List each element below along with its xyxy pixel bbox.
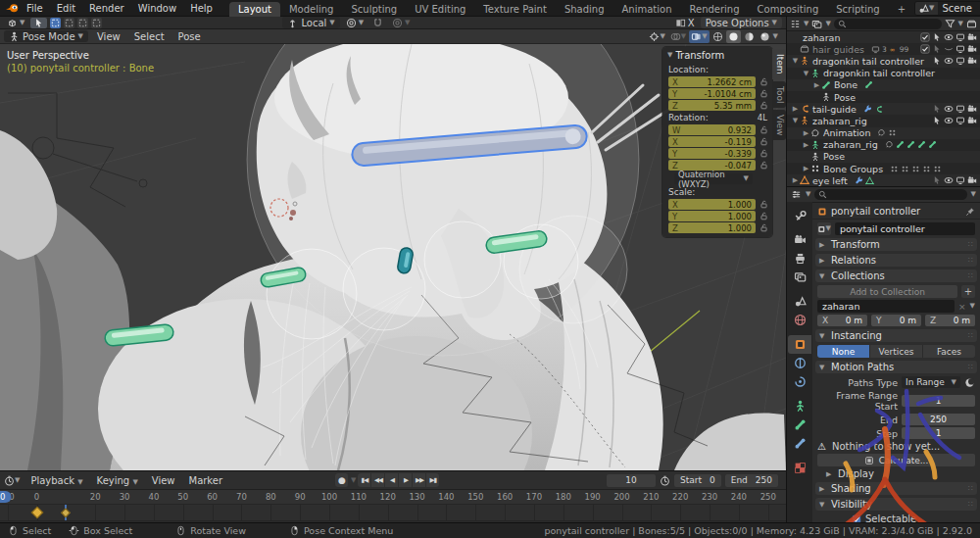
- properties-tab-output[interactable]: [788, 249, 811, 268]
- scene-selector[interactable]: ▼ Scene: [914, 1, 980, 16]
- eye-toggle[interactable]: [944, 116, 954, 125]
- properties-tab-scene[interactable]: [788, 292, 811, 311]
- menu-edit[interactable]: Edit: [50, 2, 82, 15]
- current-frame-field[interactable]: 10: [607, 474, 656, 487]
- pose-options-button[interactable]: Pose Options▼: [701, 17, 782, 28]
- new-collection-icon[interactable]: [966, 19, 977, 29]
- next-keyframe-button[interactable]: ▶▶: [413, 473, 426, 487]
- frame-start-field[interactable]: Start0: [674, 474, 721, 487]
- outliner-row[interactable]: ▶Bone: [787, 79, 980, 91]
- rotation-y-field[interactable]: Y-0.339: [668, 148, 756, 159]
- frame-step-field[interactable]: 1: [902, 427, 975, 439]
- eye-toggle[interactable]: [944, 32, 954, 42]
- expander-icon[interactable]: ▶: [802, 129, 810, 137]
- mode-selector[interactable]: Pose Mode ▼: [4, 30, 88, 42]
- jump-end-button[interactable]: ▶▮: [426, 473, 439, 487]
- jump-start-button[interactable]: ▮◀: [358, 473, 371, 487]
- screen-toggle[interactable]: [956, 32, 965, 42]
- workspace-tab-modeling[interactable]: Modeling: [280, 2, 343, 17]
- screen-toggle[interactable]: [956, 175, 965, 185]
- add-to-collection-button[interactable]: Add to Collection: [817, 285, 957, 298]
- instancing-vertices[interactable]: Vertices: [870, 345, 923, 358]
- show-overlays-button[interactable]: ▼: [668, 30, 688, 43]
- play-button[interactable]: ▶: [399, 473, 413, 487]
- properties-editor-icon[interactable]: [791, 189, 802, 200]
- cursor-grey-toggle[interactable]: [932, 175, 942, 185]
- camera-toggle[interactable]: [967, 104, 977, 114]
- workspace-tab-shading[interactable]: Shading: [556, 2, 613, 17]
- panel-shading[interactable]: ▶Shading∷: [815, 482, 977, 495]
- cursor-toggle[interactable]: [932, 116, 942, 125]
- scale-z-field[interactable]: Z1.000: [668, 222, 756, 233]
- screen-toggle[interactable]: [956, 116, 965, 125]
- snap-magnet-icon[interactable]: [369, 18, 386, 28]
- proportional-edit-icon[interactable]: ▼: [389, 18, 413, 28]
- frame-end-field[interactable]: 250: [902, 414, 975, 425]
- menu-window[interactable]: Window: [131, 2, 183, 15]
- camera-toggle[interactable]: [967, 56, 977, 66]
- properties-tab-constraints[interactable]: [788, 354, 811, 372]
- timeline-menu-marker[interactable]: Marker: [182, 474, 230, 487]
- filter-icon[interactable]: [945, 19, 956, 29]
- outliner-row[interactable]: Pose: [787, 91, 980, 103]
- menu-file[interactable]: File: [20, 2, 50, 15]
- viewport-3d[interactable]: User Perspective (10) ponytail controlle…: [0, 44, 786, 470]
- add-workspace-button[interactable]: +: [889, 2, 914, 17]
- object-type-icon[interactable]: ▼: [817, 222, 831, 235]
- properties-tab-texture[interactable]: [788, 459, 811, 477]
- timeline-menu-keying[interactable]: Keying ▼: [90, 474, 145, 487]
- prev-keyframe-button[interactable]: ◀◀: [371, 473, 385, 487]
- scene-name[interactable]: Scene: [938, 2, 980, 15]
- instancing-none[interactable]: None: [817, 345, 870, 358]
- scale-y-field[interactable]: Y1.000: [668, 211, 756, 221]
- collection-name-field[interactable]: zaharan: [817, 300, 955, 313]
- remove-collection-icon[interactable]: ×: [958, 302, 966, 312]
- outliner-row[interactable]: ▼dragonkin tail controller: [787, 68, 980, 79]
- collection-offset-z[interactable]: Z0 m: [925, 315, 975, 326]
- panel-relations[interactable]: ▶Relations∷: [815, 254, 977, 267]
- properties-tab-physics[interactable]: [788, 372, 811, 391]
- outliner-row[interactable]: hair guides3∞99: [787, 43, 980, 55]
- cursor-toggle[interactable]: [932, 32, 942, 42]
- auto-key-options-icon[interactable]: ▼: [351, 477, 356, 484]
- shading-material-button[interactable]: [742, 30, 757, 43]
- outliner-row[interactable]: ▶Animation: [787, 127, 980, 139]
- workspace-tab-texture-paint[interactable]: Texture Paint: [474, 2, 556, 17]
- rotation-mode-badge[interactable]: 4L: [758, 113, 767, 122]
- frame-end-field[interactable]: End250: [725, 474, 778, 487]
- selectable-checkbox[interactable]: [852, 514, 861, 523]
- eye-toggle[interactable]: [944, 104, 954, 114]
- workspace-tab-uv-editing[interactable]: UV Editing: [406, 2, 474, 17]
- menu-help[interactable]: Help: [183, 2, 220, 15]
- collection-offset-y[interactable]: Y0 m: [871, 315, 921, 326]
- rotation-x-field[interactable]: X-0.119: [668, 136, 756, 147]
- viewport-menu-pose[interactable]: Pose: [172, 30, 208, 43]
- filter-id-icon[interactable]: [811, 19, 822, 29]
- breadcrumb[interactable]: ponytail controller: [831, 206, 920, 217]
- location-z-field[interactable]: Z5.35 mm: [668, 100, 756, 111]
- path-range-toggle-icon[interactable]: [964, 377, 975, 388]
- outliner-row[interactable]: ▶eye left: [787, 174, 980, 186]
- workspace-tab-scripting[interactable]: Scripting: [827, 2, 888, 17]
- scene-icon[interactable]: ▼: [915, 2, 937, 15]
- panel-motion-paths[interactable]: ▼Motion Paths∷: [815, 361, 977, 373]
- properties-tab-object[interactable]: [788, 335, 811, 354]
- outliner-row[interactable]: ▶Bone Groups: [787, 163, 980, 174]
- checkbox-toggle[interactable]: [920, 44, 930, 54]
- calculate-button[interactable]: Calculate...: [817, 454, 975, 466]
- timeline-ruler[interactable]: -100203040506070809010011012013014015016…: [0, 490, 786, 505]
- camera-toggle[interactable]: [967, 44, 977, 54]
- screen-toggle[interactable]: [956, 104, 965, 114]
- outliner-row[interactable]: ▶tail-guide: [787, 103, 980, 115]
- select-mode-extend[interactable]: [64, 18, 74, 28]
- outliner-row[interactable]: ▼dragonkin tail controller: [787, 55, 980, 67]
- current-frame-indicator[interactable]: 10: [0, 491, 11, 503]
- panel-display[interactable]: Display: [838, 468, 874, 479]
- show-gizmo-button[interactable]: ▼: [647, 30, 666, 43]
- checkbox-toggle[interactable]: [920, 32, 930, 42]
- expander-icon[interactable]: ▼: [791, 117, 800, 124]
- timeline-track[interactable]: [0, 505, 786, 521]
- keyframe-diamond[interactable]: [30, 507, 43, 519]
- transform-orientation-dropdown[interactable]: Local▼: [282, 17, 339, 28]
- outliner-row[interactable]: ▼zaharan_rig: [787, 115, 980, 126]
